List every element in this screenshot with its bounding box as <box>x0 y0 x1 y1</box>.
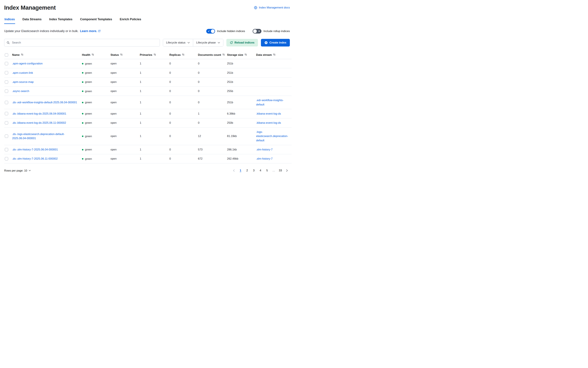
replicas-value: 0 <box>169 86 198 96</box>
include-hidden-switch[interactable]: ✓ <box>206 29 215 34</box>
row-checkbox[interactable] <box>5 90 8 93</box>
table-header-row: Name Health Status Primaries Replicas Do… <box>4 51 292 59</box>
page-number-2[interactable]: 2 <box>244 168 250 173</box>
lifecycle-status-filter[interactable]: Lifecycle status <box>163 39 193 46</box>
health-label: green <box>85 100 92 105</box>
page-number-3[interactable]: 3 <box>251 168 256 173</box>
documents-count-value: 0 <box>198 118 227 127</box>
plus-circle-icon <box>265 41 268 44</box>
docs-link[interactable]: Index Management docs <box>254 6 290 9</box>
health-dot-icon <box>82 158 84 160</box>
page-header: Index Management Index Management docs <box>4 4 290 11</box>
reload-indices-button[interactable]: Reload indices <box>226 39 258 46</box>
tab-indices[interactable]: Indices <box>4 17 15 24</box>
row-checkbox[interactable] <box>5 112 8 115</box>
column-header-primaries[interactable]: Primaries <box>140 53 156 57</box>
index-name-link[interactable]: .apm-agent-configuration <box>12 61 79 66</box>
row-checkbox[interactable] <box>5 80 8 84</box>
health-dot-icon <box>82 149 84 150</box>
learn-more-link[interactable]: Learn more. <box>80 29 97 33</box>
table-row: .ds-.kibana-event-log-ds-2025.06.11-0000… <box>4 118 292 127</box>
row-checkbox[interactable] <box>5 148 8 151</box>
row-checkbox[interactable] <box>5 157 8 160</box>
index-name-link[interactable]: .ds-.kibana-event-log-ds-2025.06.11-0000… <box>12 121 79 125</box>
tab-data-streams[interactable]: Data Streams <box>22 17 42 24</box>
table-row: .async-search green open 1 0 0 255b <box>4 86 292 96</box>
chevron-down-icon <box>29 170 31 171</box>
data-stream-link[interactable]: .edr-workflow-insights-default <box>256 98 288 107</box>
select-all-checkbox[interactable] <box>5 53 8 57</box>
controls-row: Lifecycle status Lifecycle phase Reload … <box>4 39 290 46</box>
include-rollup-toggle-group: × Include rollup indices <box>253 29 290 34</box>
sort-icon <box>182 53 185 57</box>
status-value: open <box>111 77 140 86</box>
data-stream-link[interactable]: .slm-history-7 <box>256 147 288 152</box>
page-number-1[interactable]: 1 <box>238 168 243 173</box>
data-stream-link[interactable]: .kibana-event-log-ds <box>256 112 288 116</box>
column-header-status[interactable]: Status <box>111 53 123 57</box>
column-header-storage-size[interactable]: Storage size <box>227 53 247 57</box>
index-name-link[interactable]: .apm-source-map <box>12 80 79 84</box>
row-checkbox[interactable] <box>5 101 8 104</box>
row-checkbox[interactable] <box>5 62 8 65</box>
rows-per-page-button[interactable]: Rows per page: 10 <box>4 169 31 172</box>
page-description: Update your Elasticsearch indices indivi… <box>4 29 101 33</box>
index-name-link[interactable]: .ds-.kibana-event-log-ds-2025.06.04-0000… <box>12 112 79 116</box>
table-row: .apm-source-map green open 1 0 0 251b <box>4 77 292 86</box>
health-label: green <box>85 157 92 161</box>
data-stream-link[interactable]: .kibana-event-log-ds <box>256 121 288 125</box>
index-name-link[interactable]: .ds-.slm-history-7-2025.06.04-000001 <box>12 147 79 152</box>
index-name-link[interactable]: .ds-.slm-history-7-2025.06.11-000002 <box>12 156 79 161</box>
data-stream-link[interactable]: .logs-elasticsearch.deprecation-default <box>256 130 288 143</box>
data-stream-link[interactable]: .slm-history-7 <box>256 156 288 161</box>
column-header-name[interactable]: Name <box>12 53 24 57</box>
status-value: open <box>111 68 140 77</box>
storage-size-value: 286.1kb <box>227 145 256 154</box>
page-number-5[interactable]: 5 <box>264 168 270 173</box>
include-rollup-switch[interactable]: × <box>253 29 261 34</box>
sort-icon <box>21 53 24 57</box>
index-name-link[interactable]: .ds-.logs-elasticsearch.deprecation-defa… <box>12 132 79 140</box>
status-value: open <box>111 127 140 145</box>
column-header-replicas[interactable]: Replicas <box>169 53 185 57</box>
include-hidden-label: Include hidden indices <box>217 29 245 33</box>
row-checkbox[interactable] <box>5 71 8 74</box>
row-checkbox[interactable] <box>5 135 8 138</box>
index-management-page: Index Management Index Management docs I… <box>0 0 294 179</box>
primaries-value: 1 <box>140 127 169 145</box>
search-input[interactable] <box>4 39 160 46</box>
create-index-button[interactable]: Create index <box>261 39 290 46</box>
index-name-link[interactable]: .apm-custom-link <box>12 71 79 75</box>
indices-table: Name Health Status Primaries Replicas Do… <box>4 51 292 163</box>
column-header-documents-count[interactable]: Documents count <box>198 53 225 57</box>
lifecycle-filter-group: Lifecycle status Lifecycle phase <box>163 39 223 46</box>
index-name-link[interactable]: .ds-.edr-workflow-insights-default-2025.… <box>12 100 79 105</box>
documents-count-value: 0 <box>198 59 227 68</box>
previous-page-button[interactable] <box>231 168 237 173</box>
page-title: Index Management <box>4 4 56 11</box>
index-name-link[interactable]: .async-search <box>12 89 79 93</box>
sort-icon <box>91 53 94 57</box>
external-link-icon <box>98 29 101 33</box>
lifecycle-phase-filter[interactable]: Lifecycle phase <box>193 39 223 46</box>
column-header-health[interactable]: Health <box>82 53 94 57</box>
page-number-33[interactable]: 33 <box>277 168 283 173</box>
next-page-button[interactable] <box>284 168 290 173</box>
tab-component-templates[interactable]: Component Templates <box>80 17 113 24</box>
row-checkbox[interactable] <box>5 121 8 125</box>
switch-thumb <box>211 29 215 33</box>
docs-link-label: Index Management docs <box>259 6 290 9</box>
health-label: green <box>85 134 92 138</box>
health-label: green <box>85 62 92 66</box>
column-header-data-stream[interactable]: Data stream <box>256 53 276 57</box>
replicas-value: 0 <box>169 77 198 86</box>
tab-enrich-policies[interactable]: Enrich Policies <box>120 17 142 24</box>
primaries-value: 1 <box>140 68 169 77</box>
search-box <box>4 39 160 46</box>
lifecycle-status-label: Lifecycle status <box>166 41 185 44</box>
table-row: .ds-.kibana-event-log-ds-2025.06.04-0000… <box>4 109 292 118</box>
replicas-value: 0 <box>169 145 198 154</box>
tab-index-templates[interactable]: Index Templates <box>49 17 73 24</box>
replicas-value: 0 <box>169 109 198 118</box>
page-number-4[interactable]: 4 <box>258 168 263 173</box>
